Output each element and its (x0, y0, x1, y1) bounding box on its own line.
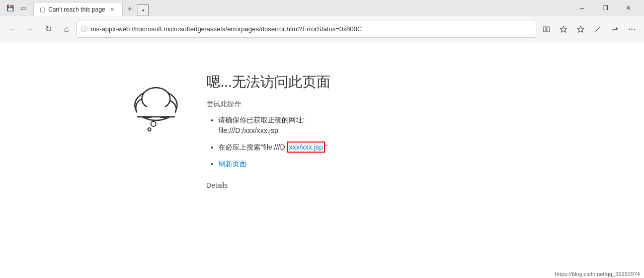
statusbar: https://blog.csdn.net/qq_36260974 (551, 270, 644, 278)
home-button[interactable]: ⌂ (58, 21, 74, 37)
svg-point-4 (629, 28, 630, 29)
tab-close-button[interactable]: ✕ (108, 6, 116, 14)
suggestion-2-prefix: 在必应上搜索"file:///D: (218, 143, 287, 151)
svg-point-10 (142, 88, 170, 110)
titlebar-controls: 💾 ▭ (4, 2, 29, 14)
svg-point-13 (151, 121, 156, 126)
security-info-icon: ⓘ (81, 25, 88, 34)
svg-point-5 (631, 28, 632, 29)
status-url: https://blog.csdn.net/qq_36260974 (555, 271, 640, 277)
svg-rect-11 (137, 107, 175, 117)
suggestion-1: 请确保你已获取正确的网址: file:///D:/xxx/xxx.jsp (218, 115, 644, 136)
error-text-area: 嗯...无法访问此页面 尝试此操作 请确保你已获取正确的网址: file:///… (206, 73, 644, 189)
suggestion-3: 刷新页面 (218, 159, 644, 169)
new-tab-button[interactable]: + (123, 2, 137, 16)
suggestion-2-suffix: " (325, 143, 328, 151)
svg-point-14 (148, 128, 151, 131)
favorites-button[interactable] (555, 21, 572, 37)
reading-view-button[interactable] (538, 21, 554, 37)
tab-dropdown-button[interactable]: ▾ (137, 4, 149, 16)
svg-marker-2 (560, 26, 567, 32)
refresh-button[interactable]: ↻ (40, 21, 56, 37)
search-link[interactable]: xxx/xxx.jsp (287, 142, 325, 153)
tab-title: Can't reach this page (48, 6, 105, 13)
navigation-bar: ← → ↻ ⌂ ⓘ (0, 16, 644, 42)
hub-button[interactable] (573, 21, 589, 37)
notes-button[interactable] (590, 21, 606, 37)
error-title: 嗯...无法访问此页面 (206, 73, 644, 92)
address-bar-container: ⓘ (76, 21, 536, 38)
suggestion-1-text: 请确保你已获取正确的网址: (218, 116, 305, 124)
navbar-right-controls (538, 21, 640, 37)
active-tab[interactable]: ▢ Can't reach this page ✕ (33, 2, 123, 16)
suggestion-1-url: file:///D:/xxx/xxx.jsp (218, 126, 278, 134)
svg-marker-3 (578, 26, 584, 32)
address-input[interactable] (91, 25, 532, 33)
svg-rect-1 (547, 27, 549, 32)
main-content: 嗯...无法访问此页面 尝试此操作 请确保你已获取正确的网址: file:///… (0, 42, 644, 189)
suggestions-list: 请确保你已获取正确的网址: file:///D:/xxx/xxx.jsp 在必应… (206, 115, 644, 169)
minimize-button[interactable]: ─ (571, 0, 594, 16)
details-button[interactable]: Details (206, 181, 644, 189)
forward-button[interactable]: → (22, 21, 38, 37)
close-button[interactable]: ✕ (617, 0, 640, 16)
window-controls: ─ ❐ ✕ (571, 0, 640, 16)
share-button[interactable] (607, 21, 623, 37)
tab-icon: ▢ (40, 6, 45, 13)
suggestion-2: 在必应上搜索"file:///D:xxx/xxx.jsp" (218, 142, 644, 153)
save-page-button[interactable]: 💾 (4, 2, 16, 14)
tab-menu-button[interactable]: ▭ (17, 2, 29, 14)
tab-area: ▢ Can't reach this page ✕ + ▾ (33, 0, 569, 16)
try-label: 尝试此操作 (206, 100, 644, 109)
cloud-illustration (126, 78, 186, 135)
back-button[interactable]: ← (4, 21, 20, 37)
more-button[interactable] (624, 21, 640, 37)
restore-button[interactable]: ❐ (594, 0, 617, 16)
svg-rect-0 (543, 27, 546, 32)
refresh-link[interactable]: 刷新页面 (218, 160, 247, 168)
svg-point-6 (634, 28, 635, 29)
titlebar: 💾 ▭ ▢ Can't reach this page ✕ + ▾ ─ ❐ ✕ (0, 0, 644, 16)
